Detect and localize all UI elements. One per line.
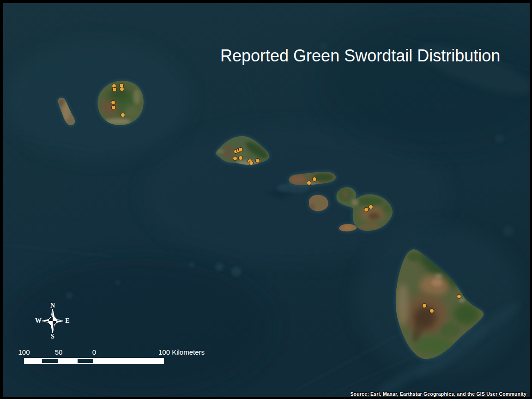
scale-segment-light [94,358,164,364]
map-viewport: Reported Green Swordtail Distribution N … [0,0,532,399]
report-point-hawaii[interactable] [430,309,434,313]
compass-label-east: E [65,317,69,325]
scale-segment-dark [77,358,94,364]
report-point-kauai[interactable] [112,106,116,110]
report-point-molokai[interactable] [307,181,311,185]
report-point-oahu[interactable] [256,159,260,163]
report-point-maui[interactable] [369,205,373,209]
report-point-kauai[interactable] [113,88,117,92]
scale-label: 100 [18,348,30,356]
report-point-oahu[interactable] [239,156,243,160]
report-point-kauai[interactable] [120,87,124,91]
compass-label-north: N [50,302,55,309]
compass-label-south: S [51,333,54,340]
report-point-kauai[interactable] [111,101,115,105]
report-point-molokai[interactable] [313,177,317,181]
compass-label-west: W [35,317,42,325]
compass-rose: N S W E [33,298,72,344]
report-point-hawaii[interactable] [457,295,461,299]
scale-label: 100 Kilometers [158,348,205,356]
scale-bar-track [24,358,164,364]
report-point-kauai[interactable] [121,113,125,117]
scale-segment-light [59,358,77,364]
report-point-maui[interactable] [364,208,369,212]
scale-label: 0 [92,348,96,356]
scale-label: 50 [55,348,63,356]
attribution-text: Source: Esri, Maxar, Earthstar Geographi… [350,391,526,397]
report-point-oahu[interactable] [249,161,254,165]
report-point-oahu[interactable] [233,157,237,161]
scale-bar: 100500100 Kilometers [0,347,222,366]
report-point-oahu[interactable] [239,148,243,152]
map-title: Reported Green Swordtail Distribution [220,46,500,66]
report-point-hawaii[interactable] [423,304,427,308]
scale-segment-dark [41,358,59,364]
scale-segment-light [24,358,41,364]
